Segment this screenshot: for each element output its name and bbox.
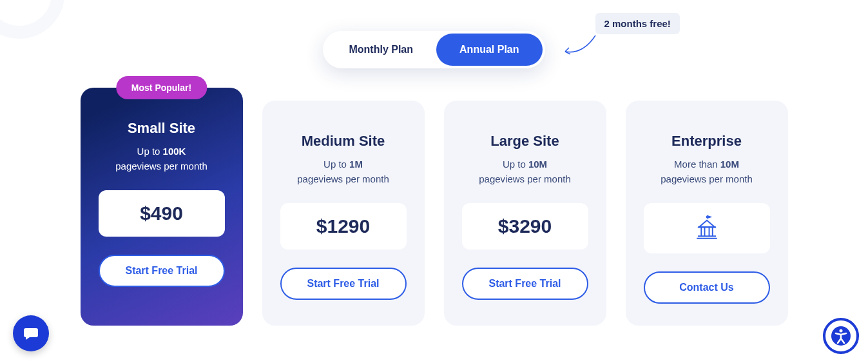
plan-card-large: Large Site Up to 10M pageviews per month… bbox=[444, 101, 606, 326]
price-value: $1290 bbox=[316, 215, 370, 237]
plan-name: Enterprise bbox=[644, 133, 770, 150]
price-box: $1290 bbox=[280, 203, 407, 250]
plan-sub-prefix: Up to bbox=[137, 146, 163, 157]
plan-name: Small Site bbox=[99, 120, 225, 137]
contact-us-button[interactable]: Contact Us bbox=[644, 271, 770, 304]
chat-widget-button[interactable] bbox=[13, 315, 49, 351]
plan-card-enterprise: Enterprise More than 10M pageviews per m… bbox=[626, 101, 788, 326]
price-box: $3290 bbox=[462, 203, 588, 250]
promo-badge: 2 months free! bbox=[595, 13, 680, 34]
svg-point-8 bbox=[840, 329, 843, 333]
chat-icon bbox=[22, 324, 40, 342]
popular-badge: Most Popular! bbox=[116, 76, 207, 99]
plan-card-small: Most Popular! Small Site Up to 100K page… bbox=[81, 88, 243, 326]
plan-name: Medium Site bbox=[280, 133, 407, 150]
start-trial-button[interactable]: Start Free Trial bbox=[462, 268, 588, 300]
price-box bbox=[644, 203, 770, 253]
plan-name: Large Site bbox=[462, 133, 588, 150]
plan-sub-prefix: Up to bbox=[323, 159, 349, 170]
plan-sub-suffix: pageviews per month bbox=[479, 173, 571, 184]
price-value: $3290 bbox=[498, 215, 552, 237]
plan-sub-suffix: pageviews per month bbox=[661, 173, 753, 184]
plan-sub-bold: 10M bbox=[528, 159, 547, 170]
plan-sub-bold: 10M bbox=[720, 159, 739, 170]
accessibility-icon bbox=[830, 325, 852, 347]
billing-toggle: Monthly Plan Annual Plan bbox=[323, 31, 545, 68]
plan-sub-bold: 1M bbox=[349, 159, 363, 170]
pricing-grid: Most Popular! Small Site Up to 100K page… bbox=[0, 101, 868, 326]
price-value: $490 bbox=[140, 202, 183, 224]
plan-card-medium: Medium Site Up to 1M pageviews per month… bbox=[262, 101, 425, 326]
start-trial-button[interactable]: Start Free Trial bbox=[99, 255, 225, 287]
plan-sub-prefix: Up to bbox=[503, 159, 528, 170]
price-box: $490 bbox=[99, 190, 225, 237]
start-trial-button[interactable]: Start Free Trial bbox=[280, 268, 407, 300]
plan-sub-suffix: pageviews per month bbox=[297, 173, 389, 184]
promo-callout: 2 months free! bbox=[595, 13, 680, 34]
plan-subtitle: Up to 1M pageviews per month bbox=[280, 157, 407, 186]
annual-plan-toggle[interactable]: Annual Plan bbox=[436, 34, 542, 66]
billing-toggle-wrapper: Monthly Plan Annual Plan 2 months free! bbox=[0, 31, 868, 68]
plan-subtitle: Up to 100K pageviews per month bbox=[99, 144, 225, 173]
plan-sub-prefix: More than bbox=[674, 159, 720, 170]
plan-subtitle: Up to 10M pageviews per month bbox=[462, 157, 588, 186]
plan-sub-bold: 100K bbox=[163, 146, 186, 157]
plan-subtitle: More than 10M pageviews per month bbox=[644, 157, 770, 186]
promo-arrow-icon bbox=[560, 32, 599, 58]
monthly-plan-toggle[interactable]: Monthly Plan bbox=[325, 34, 436, 66]
government-building-icon bbox=[693, 215, 720, 242]
plan-sub-suffix: pageviews per month bbox=[115, 161, 207, 172]
accessibility-button[interactable] bbox=[823, 318, 859, 354]
